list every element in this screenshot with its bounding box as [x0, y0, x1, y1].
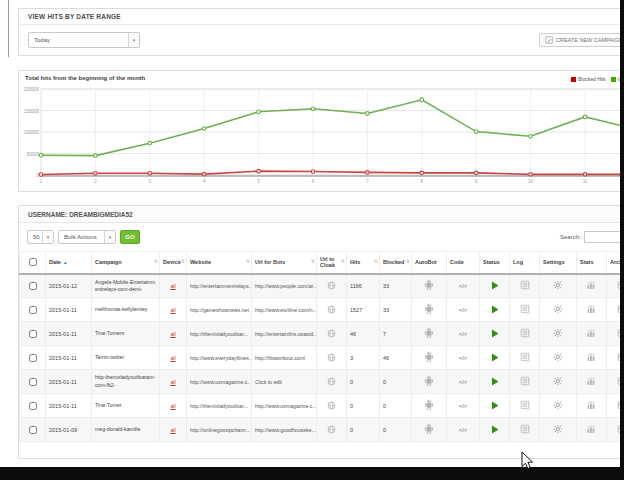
- column-header-hits[interactable]: Hits⇅: [347, 252, 380, 274]
- url-to-cloak-globe-icon[interactable]: [317, 370, 347, 394]
- chevron-down-icon: ▾: [42, 231, 53, 243]
- device-link[interactable]: all: [160, 370, 187, 394]
- log-icon[interactable]: [510, 370, 540, 394]
- url-to-cloak-globe-icon[interactable]: [317, 274, 347, 298]
- status-play-icon[interactable]: [480, 394, 510, 418]
- status-play-icon[interactable]: [480, 418, 510, 442]
- log-icon[interactable]: [510, 418, 540, 442]
- column-header-device[interactable]: Device⇅: [160, 252, 187, 274]
- url-to-cloak-globe-icon[interactable]: [317, 322, 347, 346]
- cell-blocked: 46: [380, 346, 412, 370]
- hits-line-chart: 050000100000150000200000123456789101112: [19, 85, 624, 189]
- device-link[interactable]: all: [160, 274, 187, 298]
- row-checkbox[interactable]: [29, 282, 37, 290]
- stats-chart-icon[interactable]: [577, 394, 607, 418]
- autobot-android-icon[interactable]: [412, 370, 447, 394]
- device-link[interactable]: all: [160, 322, 187, 346]
- cell-campaign: http-themixladyoutfoaram-com-fb2-: [92, 370, 160, 394]
- stats-chart-icon[interactable]: [577, 370, 607, 394]
- log-icon[interactable]: [510, 322, 540, 346]
- cell-blocked: 33: [380, 274, 412, 298]
- log-icon[interactable]: [510, 298, 540, 322]
- log-icon[interactable]: [510, 274, 540, 298]
- column-header-date[interactable]: Date▲: [46, 252, 92, 274]
- select-all-checkbox[interactable]: [29, 258, 37, 266]
- settings-gear-icon[interactable]: [540, 418, 577, 442]
- device-link[interactable]: all: [160, 346, 187, 370]
- settings-gear-icon[interactable]: [540, 298, 577, 322]
- status-play-icon[interactable]: [480, 322, 510, 346]
- column-header-blocked[interactable]: Blocked⇅: [380, 252, 412, 274]
- bulk-actions-select[interactable]: Bulk Actions ▾: [58, 230, 116, 244]
- code-icon[interactable]: </>: [447, 274, 480, 298]
- svg-text:10: 10: [528, 179, 534, 184]
- settings-gear-icon[interactable]: [540, 274, 577, 298]
- go-button[interactable]: GO: [120, 230, 140, 244]
- column-header-website[interactable]: Website⇅: [187, 252, 252, 274]
- log-icon[interactable]: [510, 394, 540, 418]
- sort-icon: ⇅: [406, 258, 410, 264]
- autobot-android-icon[interactable]: [412, 394, 447, 418]
- row-checkbox[interactable]: [29, 306, 37, 314]
- code-icon[interactable]: </>: [447, 370, 480, 394]
- page-size-select[interactable]: 50 ▾: [27, 230, 54, 244]
- column-header-code: Code: [447, 252, 480, 274]
- chart-panel: Total hits from the beginning of the mon…: [18, 70, 624, 192]
- stats-chart-icon[interactable]: [577, 298, 607, 322]
- code-icon[interactable]: </>: [447, 418, 480, 442]
- url-to-cloak-globe-icon[interactable]: [317, 394, 347, 418]
- column-header-campaign[interactable]: Campaign⇅: [92, 252, 160, 274]
- row-checkbox[interactable]: [29, 402, 37, 410]
- status-play-icon[interactable]: [480, 370, 510, 394]
- table-row: 2015-01-11Tina-Turnerallhttp://themixlad…: [20, 394, 624, 418]
- create-campaign-button[interactable]: CREATE NEW CAMPAIGN: [539, 33, 624, 47]
- device-link[interactable]: all: [160, 418, 187, 442]
- code-icon[interactable]: </>: [447, 346, 480, 370]
- code-icon[interactable]: </>: [447, 394, 480, 418]
- row-checkbox[interactable]: [29, 330, 37, 338]
- device-link[interactable]: all: [160, 298, 187, 322]
- url-to-cloak-globe-icon[interactable]: [317, 298, 347, 322]
- settings-gear-icon[interactable]: [540, 322, 577, 346]
- search-input[interactable]: [584, 231, 624, 243]
- window-right-border: [620, 0, 624, 480]
- page-size-value: 50: [28, 234, 40, 240]
- stats-chart-icon[interactable]: [577, 274, 607, 298]
- cell-date: 2015-01-11: [46, 322, 92, 346]
- legend-swatch: [611, 77, 616, 82]
- autobot-android-icon[interactable]: [412, 346, 447, 370]
- row-checkbox[interactable]: [29, 426, 37, 434]
- device-link[interactable]: all: [160, 394, 187, 418]
- code-icon[interactable]: </>: [447, 322, 480, 346]
- log-icon[interactable]: [510, 346, 540, 370]
- settings-gear-icon[interactable]: [540, 346, 577, 370]
- column-header-url-for-bots[interactable]: Url for Bots⇅: [252, 252, 317, 274]
- url-to-cloak-globe-icon[interactable]: [317, 346, 347, 370]
- autobot-android-icon[interactable]: [412, 274, 447, 298]
- row-checkbox: [20, 370, 46, 394]
- username-heading: USERNAME: DREAMBIGMEDIA52: [19, 206, 624, 223]
- status-play-icon[interactable]: [480, 298, 510, 322]
- sort-icon: ⇅: [374, 258, 378, 264]
- stats-chart-icon[interactable]: [577, 346, 607, 370]
- autobot-android-icon[interactable]: [412, 322, 447, 346]
- status-play-icon[interactable]: [480, 274, 510, 298]
- column-header-url-to-cloak[interactable]: Url to Cloak⇅: [317, 252, 347, 274]
- code-icon[interactable]: </>: [447, 298, 480, 322]
- sort-icon: ⇅: [246, 258, 250, 264]
- cell-website: http://themixladyoutfoar...: [187, 322, 252, 346]
- cell-hits: 0: [347, 394, 380, 418]
- cell-blocked: 0: [380, 394, 412, 418]
- autobot-android-icon[interactable]: [412, 418, 447, 442]
- row-checkbox[interactable]: [29, 378, 37, 386]
- row-checkbox: [20, 322, 46, 346]
- date-range-select[interactable]: Today ▾: [28, 32, 140, 48]
- stats-chart-icon[interactable]: [577, 418, 607, 442]
- url-to-cloak-globe-icon[interactable]: [317, 418, 347, 442]
- autobot-android-icon[interactable]: [412, 298, 447, 322]
- settings-gear-icon[interactable]: [540, 370, 577, 394]
- row-checkbox[interactable]: [29, 354, 37, 362]
- stats-chart-icon[interactable]: [577, 322, 607, 346]
- settings-gear-icon[interactable]: [540, 394, 577, 418]
- status-play-icon[interactable]: [480, 346, 510, 370]
